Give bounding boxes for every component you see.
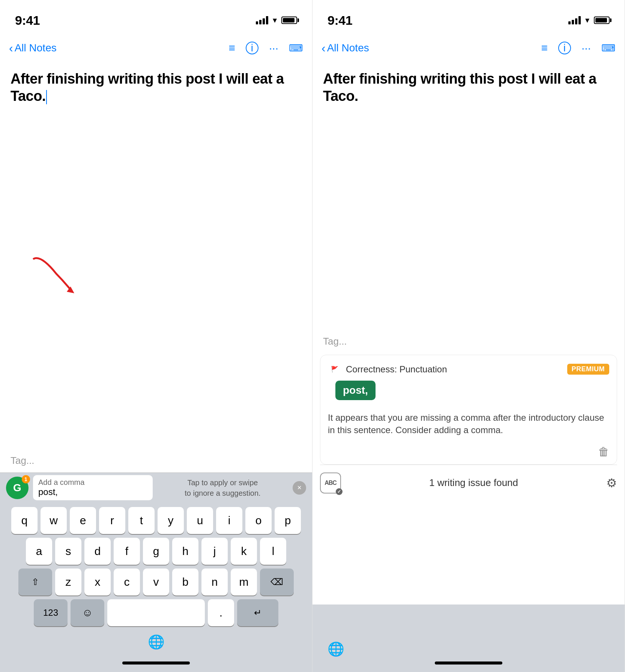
suggestion-card[interactable]: Add a comma post, xyxy=(33,475,153,500)
key-j[interactable]: j xyxy=(201,538,228,565)
grammarly-button[interactable]: G 1 xyxy=(6,477,29,499)
right-more-icon[interactable]: ··· xyxy=(581,42,591,54)
key-r[interactable]: r xyxy=(99,507,125,534)
key-d[interactable]: d xyxy=(84,538,111,565)
writing-issues-bar: ABC ✓ 1 writing issue found ⚙ xyxy=(320,465,617,501)
settings-gear-icon[interactable]: ⚙ xyxy=(606,476,617,490)
right-keyboard-bottom: 🌐 xyxy=(312,604,625,672)
keyboard-row-3: ⇧ z x c v b n m ⌫ xyxy=(3,568,309,596)
space-key[interactable] xyxy=(107,599,205,626)
key-i[interactable]: i xyxy=(216,507,242,534)
key-u[interactable]: u xyxy=(187,507,213,534)
more-icon[interactable]: ··· xyxy=(269,42,278,54)
grammarly-suggestion-panel: 🚩 Correctness: Punctuation PREMIUM post,… xyxy=(320,355,617,465)
right-status-icons: ▾ xyxy=(568,15,610,25)
checklist-icon[interactable]: ≡ xyxy=(228,42,235,54)
globe-icon[interactable]: 🌐 xyxy=(148,634,165,650)
suggestion-close-button[interactable]: × xyxy=(293,481,306,495)
left-suggestion-bar: G 1 Add a comma post, Tap to apply or sw… xyxy=(0,472,312,502)
signal-icon xyxy=(256,16,268,24)
right-keyboard-icon[interactable]: ⌨ xyxy=(601,42,616,54)
delete-suggestion-button[interactable]: 🗑 xyxy=(598,446,609,458)
grammarly-panel-header: 🚩 Correctness: Punctuation PREMIUM xyxy=(320,355,617,381)
key-o[interactable]: o xyxy=(245,507,272,534)
abc-check-icon: ✓ xyxy=(336,488,343,495)
info-icon[interactable]: i xyxy=(246,42,258,54)
key-m[interactable]: m xyxy=(231,568,257,596)
key-l[interactable]: l xyxy=(260,538,286,565)
key-v[interactable]: v xyxy=(143,568,169,596)
suggestion-hint-text: Tap to apply or swipe to ignore a sugges… xyxy=(157,477,288,498)
left-back-button[interactable]: ‹ All Notes xyxy=(9,41,228,55)
grammarly-pill-container: post, xyxy=(320,381,617,408)
text-cursor xyxy=(46,90,47,104)
writing-issues-count: 1 writing issue found xyxy=(347,477,600,489)
left-note-title[interactable]: After finishing writing this post I will… xyxy=(11,70,302,105)
key-a[interactable]: a xyxy=(26,538,52,565)
numbers-key[interactable]: 123 xyxy=(34,599,68,626)
key-q[interactable]: q xyxy=(11,507,38,534)
keyboard-row-1: q w e r t y u i o p xyxy=(3,507,309,534)
right-note-title[interactable]: After finishing writing this post I will… xyxy=(323,70,614,105)
grammarly-g-icon: G xyxy=(13,482,21,494)
battery-icon xyxy=(281,16,297,24)
right-signal-icon xyxy=(568,16,581,24)
key-f[interactable]: f xyxy=(114,538,140,565)
suggestion-word: post, xyxy=(38,487,147,497)
right-wifi-icon: ▾ xyxy=(585,15,589,25)
right-all-notes-label: All Notes xyxy=(327,42,369,54)
right-time: 9:41 xyxy=(328,13,352,28)
period-key[interactable]: . xyxy=(208,599,234,626)
left-note-content: After finishing writing this post I will… xyxy=(0,63,312,449)
flag-icon: 🚩 xyxy=(328,363,341,376)
grammarly-suggestion-pill[interactable]: post, xyxy=(335,381,376,400)
right-info-icon[interactable]: i xyxy=(558,42,571,54)
shift-key[interactable]: ⇧ xyxy=(18,568,52,596)
wifi-icon: ▾ xyxy=(273,15,277,25)
left-all-notes-label: All Notes xyxy=(15,42,57,54)
left-keyboard: q w e r t y u i o p a s d f g h j k l ⇧ … xyxy=(0,502,312,630)
key-h[interactable]: h xyxy=(172,538,198,565)
return-key[interactable]: ↵ xyxy=(237,599,278,626)
right-tag-area[interactable]: Tag... xyxy=(312,330,625,353)
right-checklist-icon[interactable]: ≡ xyxy=(541,42,548,54)
keyboard-icon[interactable]: ⌨ xyxy=(289,42,303,54)
key-z[interactable]: z xyxy=(55,568,81,596)
premium-badge: PREMIUM xyxy=(567,364,610,375)
key-x[interactable]: x xyxy=(84,568,111,596)
right-globe-icon[interactable]: 🌐 xyxy=(328,641,344,657)
left-nav-icons: ≡ i ··· ⌨ xyxy=(228,42,303,54)
delete-key[interactable]: ⌫ xyxy=(260,568,294,596)
right-phone-panel: 9:41 ▾ ‹ All Notes ≡ i ··· ⌨ xyxy=(312,0,625,672)
suggestion-title: Add a comma xyxy=(38,478,147,487)
key-c[interactable]: c xyxy=(114,568,140,596)
key-y[interactable]: y xyxy=(158,507,184,534)
left-home-area xyxy=(0,660,312,672)
key-n[interactable]: n xyxy=(201,568,228,596)
right-back-button[interactable]: ‹ All Notes xyxy=(322,41,541,55)
grammarly-actions: 🗑 xyxy=(320,442,617,464)
key-g[interactable]: g xyxy=(143,538,169,565)
key-k[interactable]: k xyxy=(231,538,257,565)
left-keyboard-bottom: 🌐 xyxy=(0,630,312,660)
key-s[interactable]: s xyxy=(55,538,81,565)
right-battery-icon xyxy=(594,16,610,24)
left-nav-bar: ‹ All Notes ≡ i ··· ⌨ xyxy=(0,33,312,63)
grammarly-notification-badge: 1 xyxy=(22,475,30,483)
right-nav-bar: ‹ All Notes ≡ i ··· ⌨ xyxy=(312,33,625,63)
grammarly-category: Correctness: Punctuation xyxy=(346,364,563,375)
left-tag-area[interactable]: Tag... xyxy=(0,449,312,472)
right-home-indicator xyxy=(435,662,502,664)
key-b[interactable]: b xyxy=(172,568,198,596)
emoji-key[interactable]: ☺ xyxy=(71,599,104,626)
key-w[interactable]: w xyxy=(41,507,67,534)
left-home-indicator xyxy=(122,662,190,664)
key-t[interactable]: t xyxy=(128,507,155,534)
keyboard-row-2: a s d f g h j k l xyxy=(3,538,309,565)
right-chevron-left-icon: ‹ xyxy=(322,41,326,55)
key-p[interactable]: p xyxy=(275,507,301,534)
key-e[interactable]: e xyxy=(70,507,96,534)
grammarly-description-text: It appears that you are missing a comma … xyxy=(320,408,617,442)
keyboard-row-4: 123 ☺ . ↵ xyxy=(3,599,309,626)
right-note-content: After finishing writing this post I will… xyxy=(312,63,625,330)
